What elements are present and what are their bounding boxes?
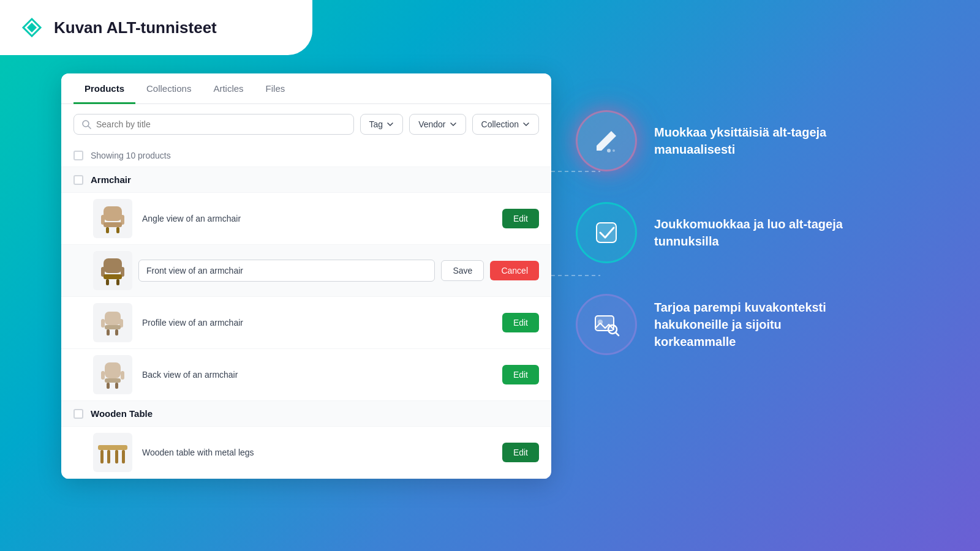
svg-line-37 [616,332,619,335]
tab-products[interactable]: Products [74,73,135,104]
image-row-table-1: Wooden table with metal legs Edit [61,427,551,478]
tab-articles[interactable]: Articles [202,73,254,104]
select-all-checkbox[interactable] [74,151,83,160]
feature-item-2: Joukkomuokkaa ja luo alt-tageja tunnuksi… [576,202,862,263]
search-input[interactable] [96,119,346,129]
chevron-down-icon [386,121,394,128]
main-panel: Products Collections Articles Files Tag … [61,73,551,479]
chevron-down-icon [450,121,457,128]
alt-text-armchair-3: Profile view of an armchair [142,318,492,328]
cancel-button-armchair-2[interactable]: Cancel [490,261,539,280]
feature-item-3: Tarjoa parempi kuvakonteksti hakukoneill… [576,294,862,355]
armchair-title: Armchair [91,174,131,185]
armchair-img-3 [93,303,132,342]
svg-rect-26 [98,445,127,450]
checkbox-icon [592,218,621,247]
feature-circle-3 [576,294,637,355]
svg-rect-13 [116,279,119,285]
feature-item-1: Muokkaa yksittäisiä alt-tageja manuaalis… [576,110,862,171]
chevron-down-icon [522,121,530,128]
alt-text-armchair-1: Angle view of an armchair [142,214,492,223]
svg-rect-24 [107,383,110,389]
table-title: Wooden Table [91,408,153,419]
image-row-armchair-3: Profile view of an armchair Edit [61,297,551,349]
table-img-1 [93,433,132,472]
armchair-checkbox[interactable] [74,175,83,185]
editing-row-armchair-2: Save Cancel [61,245,551,297]
svg-line-1 [88,126,91,129]
svg-rect-21 [101,371,105,380]
table-header: Wooden Table [61,401,551,427]
search-row: Tag Vendor Collection [61,104,551,144]
search-icon [81,119,91,129]
svg-rect-15 [101,319,105,328]
svg-rect-11 [104,274,122,279]
product-group-armchair: Armchair Angle view of an armchair Edit [61,167,551,401]
svg-point-31 [607,149,611,152]
vendor-filter-button[interactable]: Vendor [409,114,466,135]
svg-rect-7 [116,227,119,233]
edit-button-armchair-3[interactable]: Edit [502,313,539,332]
logo-icon [18,14,45,41]
armchair-img-2 [93,251,132,290]
app-title: Kuvan ALT-tunnisteet [54,18,217,37]
collection-filter-button[interactable]: Collection [472,114,539,135]
armchair-header: Armchair [61,167,551,193]
svg-rect-20 [105,362,121,378]
edit-button-armchair-1[interactable]: Edit [502,209,539,228]
table-checkbox[interactable] [74,409,83,419]
tag-filter-button[interactable]: Tag [360,114,404,135]
svg-point-32 [612,149,615,152]
tab-collections[interactable]: Collections [135,73,202,104]
svg-rect-6 [106,227,109,233]
svg-rect-19 [115,329,118,335]
edit-button-table-1[interactable]: Edit [502,443,539,462]
edit-button-armchair-4[interactable]: Edit [502,365,539,384]
svg-rect-27 [100,450,104,463]
feature-circle-1 [576,110,637,171]
image-search-icon [592,310,621,339]
svg-rect-18 [107,329,110,335]
svg-rect-23 [105,378,121,383]
tab-files[interactable]: Files [255,73,296,104]
svg-rect-5 [104,222,122,227]
svg-rect-17 [105,325,121,329]
armchair-img-1 [93,199,132,238]
showing-row: Showing 10 products [61,144,551,167]
image-row-armchair-1: Angle view of an armchair Edit [61,193,551,245]
feature-text-2: Joukkomuokkaa ja luo alt-tageja tunnuksi… [654,216,862,250]
tabs-bar: Products Collections Articles Files [61,73,551,104]
feature-text-3: Tarjoa parempi kuvakonteksti hakukoneill… [654,299,862,350]
search-wrapper [74,114,354,135]
alt-text-armchair-4: Back view of an armchair [142,370,492,380]
svg-rect-29 [115,450,118,463]
save-button-armchair-2[interactable]: Save [441,260,484,281]
alt-edit-input-armchair-2[interactable] [138,260,435,282]
feature-circle-2 [576,202,637,263]
svg-rect-30 [122,450,125,463]
armchair-img-4 [93,355,132,394]
svg-rect-22 [121,371,124,380]
showing-count: Showing 10 products [91,151,171,160]
pencil-icon [592,126,621,156]
svg-rect-2 [104,206,122,221]
feature-text-1: Muokkaa yksittäisiä alt-tageja manuaalis… [654,124,862,158]
svg-rect-8 [104,258,122,273]
svg-rect-28 [107,450,110,463]
alt-text-table-1: Wooden table with metal legs [142,448,492,457]
features-panel: Muokkaa yksittäisiä alt-tageja manuaalis… [576,110,862,355]
header-bar: Kuvan ALT-tunnisteet [0,0,312,55]
svg-rect-14 [105,312,121,325]
image-row-armchair-4: Back view of an armchair Edit [61,349,551,400]
svg-rect-25 [115,383,118,389]
product-group-table: Wooden Table Wooden table with metal leg… [61,401,551,479]
svg-rect-12 [106,279,109,285]
